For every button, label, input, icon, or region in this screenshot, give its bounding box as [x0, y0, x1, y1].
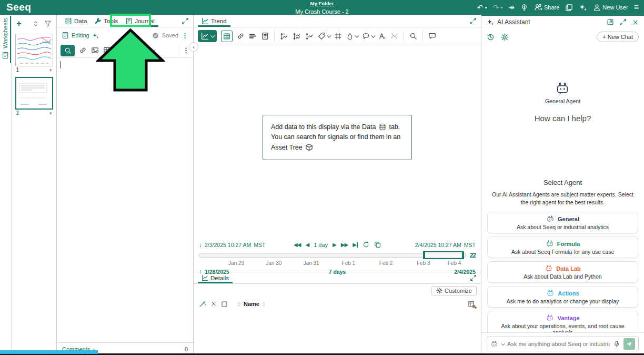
chevron-down-icon[interactable]: ▾	[500, 5, 502, 10]
forward-button[interactable]: ↠	[508, 4, 515, 11]
gear-icon[interactable]	[501, 33, 509, 41]
step-forward-button[interactable]: ▶	[333, 242, 336, 248]
resize-range-icon[interactable]: 22	[470, 252, 476, 259]
worksheets-strip-label[interactable]: Worksheets	[0, 16, 11, 63]
comment-bubble-icon[interactable]	[428, 32, 436, 40]
filter-worksheets-icon[interactable]	[44, 20, 52, 27]
insert-link-icon[interactable]	[79, 46, 87, 54]
selection-mode-button[interactable]	[362, 32, 374, 40]
agent-card-actions[interactable]: Actions Ask me to do analytics or change…	[487, 286, 638, 308]
link-item-icon[interactable]	[237, 32, 245, 40]
add-worksheet-button[interactable]: +	[16, 18, 22, 29]
select-signal-wand-icon[interactable]	[199, 300, 206, 308]
worksheets-view-button[interactable]	[565, 4, 573, 12]
worksheet-thumbnail-2[interactable]	[15, 77, 53, 110]
assistant-input[interactable]	[507, 341, 610, 347]
table-view-button[interactable]	[221, 31, 233, 42]
agent-card-data-lab[interactable]: Data Lab Ask about Data Lab and Python	[487, 261, 638, 283]
trend-chart-area[interactable]: Add data to this display via the Data ta…	[194, 45, 481, 239]
collapse-panel-button[interactable]: ‹	[189, 42, 198, 52]
share-button[interactable]: Share	[534, 3, 559, 12]
select-all-checkbox[interactable]	[221, 301, 228, 308]
tab-journal[interactable]: Journal	[122, 15, 158, 27]
display-start[interactable]: ↓ 2/3/2025 10:27 AMMST	[199, 242, 265, 248]
remove-item-icon[interactable]	[210, 301, 217, 307]
investigate-end[interactable]: 2/4/2025	[454, 269, 476, 275]
chevron-down-icon[interactable]	[501, 342, 505, 346]
step-back-button[interactable]: ◀	[305, 242, 309, 248]
one-axis-icon[interactable]	[305, 32, 314, 41]
zoom-icon[interactable]	[409, 32, 417, 40]
gridlines-icon[interactable]	[334, 32, 342, 40]
time-step-controls: ◀◀ ◀ 1 day ▶ ▶▶ ▶	[294, 241, 381, 248]
journal-toolbar-menu[interactable]: ⋮	[183, 46, 189, 54]
redo-button[interactable]: ↷▾	[493, 4, 503, 11]
display-range-selector[interactable]	[423, 251, 464, 259]
worksheet-item-2[interactable]: 2▾	[15, 77, 53, 116]
labels-button[interactable]	[318, 32, 330, 40]
insert-table-icon[interactable]	[103, 46, 111, 54]
worksheets-strip[interactable]: Worksheets	[0, 15, 12, 355]
sort-worksheets-icon[interactable]	[32, 20, 39, 27]
step-forward-fast-button[interactable]: ▶▶	[341, 242, 348, 248]
step-back-fast-button[interactable]: ◀◀	[294, 242, 300, 248]
customize-button[interactable]: Customize	[431, 286, 477, 295]
auto-update-icon[interactable]	[363, 241, 369, 248]
chevron-down-icon[interactable]: ▾	[49, 67, 52, 73]
open-in-window-icon[interactable]	[607, 18, 614, 26]
expand-icon[interactable]	[619, 18, 627, 26]
capsule-lanes-icon[interactable]	[249, 32, 257, 40]
chevron-down-icon[interactable]: ▾	[485, 5, 487, 10]
database-icon	[379, 123, 386, 131]
agent-card-general[interactable]: General Ask about Seeq or industrial ana…	[487, 212, 638, 233]
copy-time-range-icon[interactable]	[374, 241, 381, 248]
one-lane-icon[interactable]	[280, 32, 288, 41]
investigate-start[interactable]: ↑ 1/28/2025	[199, 269, 229, 275]
journal-menu-button[interactable]: ⋮	[182, 32, 188, 40]
separate-lanes-icon[interactable]	[293, 32, 301, 41]
agent-card-formula[interactable]: Formula Ask about Seeq Formula for any u…	[487, 236, 638, 258]
annotation-text-icon[interactable]	[378, 32, 386, 40]
user-menu[interactable]: New User	[593, 4, 628, 12]
journal-editor[interactable]	[57, 58, 193, 342]
hamburger-menu[interactable]: ≡	[634, 3, 639, 12]
tab-trend[interactable]: Trend	[198, 15, 230, 27]
chevron-down-icon	[327, 33, 331, 37]
sort-icon[interactable]	[236, 301, 242, 307]
display-end[interactable]: 2/4/2025 10:27 AMMST	[415, 242, 476, 248]
dimming-button[interactable]	[346, 33, 358, 40]
folder-link[interactable]: My Folder	[295, 1, 348, 6]
undo-button[interactable]: ↶▾	[477, 4, 487, 11]
ai-assistant-toggle[interactable]	[579, 3, 587, 12]
chevron-down-icon[interactable]: ▾	[49, 111, 52, 116]
expand-journal-button[interactable]	[182, 17, 189, 25]
chevron-down-icon[interactable]	[151, 47, 155, 52]
step-size-label[interactable]: 1 day	[314, 242, 328, 248]
send-button[interactable]	[623, 338, 635, 350]
investigate-duration[interactable]: 7 days	[329, 269, 346, 275]
tab-data[interactable]: Data	[61, 15, 90, 27]
annotate-journal-icon[interactable]	[261, 32, 269, 40]
investigate-range-slider[interactable]	[199, 253, 466, 258]
tips-button[interactable]	[520, 4, 528, 12]
expand-trend-button[interactable]	[469, 17, 477, 25]
table-settings-button[interactable]	[468, 300, 476, 308]
chart-type-button[interactable]	[198, 30, 217, 42]
share-label: Share	[544, 4, 559, 11]
sparkles-icon[interactable]	[92, 32, 99, 39]
tab-tools[interactable]: Tools	[90, 15, 122, 27]
new-chat-button[interactable]: + New Chat	[597, 32, 639, 42]
name-column-header[interactable]: Name	[244, 301, 259, 307]
close-icon[interactable]	[632, 19, 639, 26]
step-to-end-button[interactable]: ▶	[353, 242, 358, 248]
tick-label: Feb 2	[379, 260, 393, 266]
insert-image-icon[interactable]	[91, 46, 99, 54]
database-icon	[65, 17, 72, 25]
worksheet-item-1[interactable]: 1▾	[15, 34, 53, 73]
agent-card-vantage[interactable]: Vantage Ask about your operations, event…	[487, 311, 638, 332]
chat-history-icon[interactable]	[487, 33, 495, 41]
microphone-icon[interactable]	[613, 340, 620, 348]
seeq-link-button[interactable]	[61, 45, 75, 56]
worksheet-thumbnail-1[interactable]	[15, 34, 53, 66]
sort-icon[interactable]	[261, 301, 267, 307]
